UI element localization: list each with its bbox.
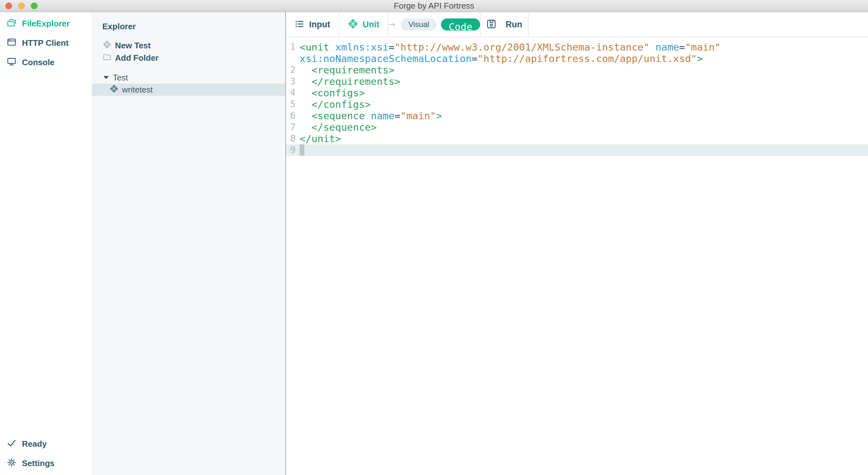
code-line-content[interactable]: </sequence> [300, 121, 868, 133]
code-line-content[interactable]: </unit> [300, 133, 868, 144]
status-label: Ready [22, 439, 47, 449]
toolbar-spacer [528, 12, 868, 37]
line-number: 9 [286, 144, 296, 156]
tree-item-label: writetest [122, 85, 153, 95]
tree-folder-test[interactable]: Test [92, 71, 285, 84]
sidebar-item-label: Console [22, 58, 55, 67]
sidebar-item-console[interactable]: Console [0, 53, 92, 72]
main-area: FileExplorer HTTP Client [0, 12, 868, 475]
code-line-content[interactable] [300, 144, 868, 156]
editor-toolbar: Input Unit Visual [286, 12, 868, 37]
sidebar-nav: FileExplorer HTTP Client [0, 12, 92, 72]
folders-icon [7, 18, 17, 30]
sidebar-item-label: FileExplorer [22, 19, 69, 29]
line-number: 8 [286, 133, 296, 144]
monitor-icon [7, 57, 17, 69]
browser-window-icon [7, 37, 17, 49]
status-ready: Ready [0, 434, 92, 454]
tab-label: Unit [363, 20, 379, 30]
code-line[interactable]: 1<unit xmlns:xsi="http://www.w3.org/2001… [286, 41, 868, 64]
explorer-tree: Test writetest [92, 71, 285, 96]
code-line[interactable]: 6 <sequence name="main"> [286, 110, 868, 121]
code-line-content[interactable]: <requirements> [300, 64, 868, 76]
run-section: Run [480, 12, 528, 37]
code-toggle-button[interactable]: Code [441, 19, 480, 31]
test-cube-icon [103, 40, 112, 51]
window-title: Forge by API Fortress [0, 1, 868, 11]
sidebar-item-settings[interactable]: Settings [0, 454, 92, 473]
code-line-content[interactable]: </requirements> [300, 76, 868, 87]
line-number: 4 [286, 87, 296, 98]
caret-down-icon[interactable] [103, 76, 108, 79]
code-line[interactable]: 9 [286, 144, 868, 156]
add-folder-button[interactable]: Add Folder [92, 52, 285, 64]
code-line-content[interactable]: <sequence name="main"> [300, 110, 868, 121]
line-number: 7 [286, 121, 296, 133]
pill-label: Code [448, 21, 472, 32]
code-line[interactable]: 3 </requirements> [286, 76, 868, 87]
sidebar-item-label: HTTP Client [22, 38, 69, 48]
sidebar-footer: Ready Settings [0, 434, 92, 475]
editor-panel: Input Unit Visual [285, 12, 868, 475]
line-number: 5 [286, 98, 296, 110]
run-button[interactable]: Run [505, 20, 522, 30]
unit-cube-icon [348, 19, 359, 31]
arrow-right-icon [388, 21, 396, 28]
checkmark-icon [7, 438, 17, 450]
list-icon [294, 19, 304, 30]
code-line-content[interactable]: </configs> [300, 98, 868, 110]
tab-label: Input [309, 20, 330, 30]
line-number: 6 [286, 110, 296, 121]
save-icon[interactable] [486, 19, 497, 31]
code-line-content[interactable]: <configs> [300, 87, 868, 98]
line-number: 2 [286, 64, 296, 76]
action-label: Add Folder [115, 53, 159, 63]
explorer-panel: Explorer New Test Add Fol [92, 12, 285, 475]
code-editor[interactable]: 1<unit xmlns:xsi="http://www.w3.org/2001… [286, 37, 868, 475]
line-number: 1 [286, 41, 296, 64]
sidebar-item-label: Settings [22, 458, 55, 468]
view-toggle: Visual Code [388, 12, 480, 37]
code-line-content[interactable]: <unit xmlns:xsi="http://www.w3.org/2001/… [300, 41, 868, 64]
gear-icon [7, 457, 17, 470]
explorer-heading: Explorer [102, 22, 285, 31]
folder-icon [103, 53, 112, 64]
action-label: New Test [115, 41, 151, 51]
sidebar-item-file-explorer[interactable]: FileExplorer [0, 14, 92, 33]
code-line[interactable]: 5 </configs> [286, 98, 868, 110]
new-test-button[interactable]: New Test [92, 39, 285, 52]
sidebar: FileExplorer HTTP Client [0, 12, 92, 475]
code-line[interactable]: 7 </sequence> [286, 121, 868, 133]
pill-label: Visual [408, 20, 429, 29]
tab-unit[interactable]: Unit [339, 12, 388, 37]
code-line[interactable]: 4 <configs> [286, 87, 868, 98]
visual-toggle-button[interactable]: Visual [401, 19, 437, 31]
text-cursor [300, 144, 304, 156]
code-line[interactable]: 2 <requirements> [286, 64, 868, 76]
tree-folder-label: Test [113, 73, 128, 83]
line-number: 3 [286, 76, 296, 87]
sidebar-item-http-client[interactable]: HTTP Client [0, 33, 92, 53]
test-cube-icon [110, 84, 119, 95]
code-line[interactable]: 8</unit> [286, 133, 868, 144]
title-bar: Forge by API Fortress [0, 0, 868, 12]
tree-item-writetest[interactable]: writetest [92, 84, 285, 96]
explorer-actions: New Test Add Folder [92, 39, 285, 64]
tab-input[interactable]: Input [286, 12, 339, 37]
